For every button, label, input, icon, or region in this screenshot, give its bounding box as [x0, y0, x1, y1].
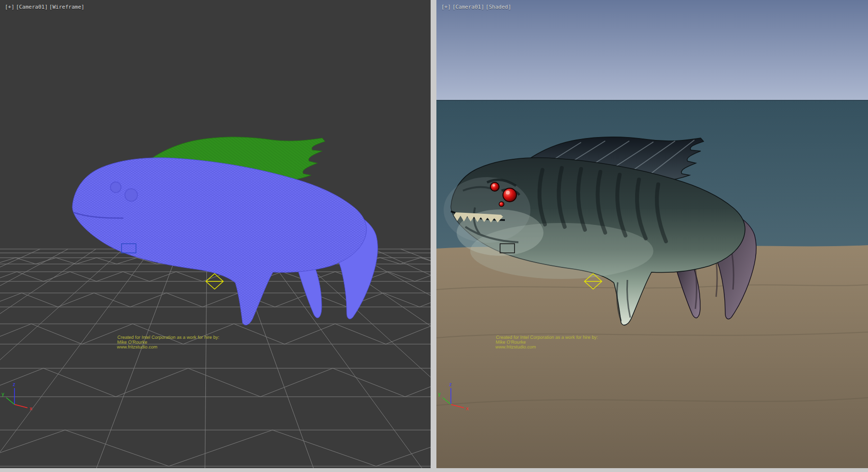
viewport-menu-shading[interactable]: [Shaded]	[486, 4, 511, 10]
viewport-shaded[interactable]: [+] [Camera01] [Shaded] Created for Inte…	[436, 0, 868, 468]
sand-ground[interactable]	[436, 245, 868, 468]
eye-ring-large	[125, 189, 137, 201]
viewport-label-left: [+] [Camera01] [Wireframe]	[5, 4, 84, 10]
credit-line2: Mike O'Rourke	[496, 340, 598, 345]
credit-line3: www.fritzstudio.com	[117, 345, 219, 349]
viewport-menu-plus[interactable]: [+]	[5, 4, 14, 10]
eye-large-highlight	[506, 191, 510, 194]
viewport-menu-shading[interactable]: [Wireframe]	[49, 4, 84, 10]
sky	[436, 0, 868, 101]
axis-z-label: z	[449, 382, 452, 387]
viewport-menu-plus[interactable]: [+]	[441, 4, 451, 10]
viewport-label-right: [+] [Camera01] [Shaded]	[441, 4, 511, 10]
axis-x-label: x	[466, 406, 469, 411]
viewport-splitter[interactable]	[431, 0, 436, 468]
max-viewport-area: [+] [Camera01] [Wireframe] Created for I…	[0, 0, 868, 472]
axis-y-label: y	[438, 391, 441, 397]
shaded-scene[interactable]: z x y	[436, 0, 868, 468]
viewport-menu-camera[interactable]: [Camera01]	[452, 4, 484, 10]
axis-z-label: z	[13, 382, 15, 387]
eye-ring-small	[110, 182, 121, 193]
eye-large	[503, 188, 516, 202]
eye-third	[499, 202, 504, 207]
viewport-bottom-border	[0, 468, 868, 472]
viewport-wireframe[interactable]: [+] [Camera01] [Wireframe] Created for I…	[0, 0, 431, 468]
axis-x-label: x	[29, 406, 32, 411]
axis-y-label: y	[1, 391, 4, 397]
eye-small-highlight	[493, 184, 495, 187]
viewport-menu-camera[interactable]: [Camera01]	[16, 4, 48, 10]
credit-text: Created for Intel Corporation as a work …	[495, 335, 598, 349]
wireframe-scene[interactable]: z x y	[0, 0, 431, 468]
credit-line3: www.fritzstudio.com	[495, 345, 597, 349]
credit-text: Created for Intel Corporation as a work …	[117, 335, 219, 349]
credit-line2: Mike O'Rourke	[117, 340, 219, 345]
eye-small	[490, 182, 499, 191]
